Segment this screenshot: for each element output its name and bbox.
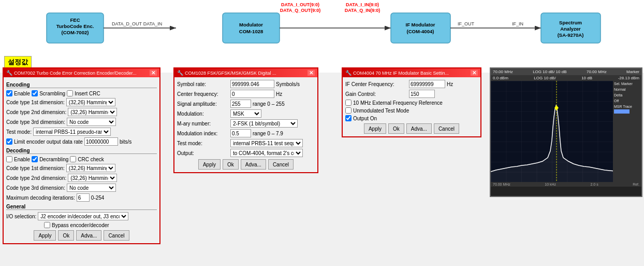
spectrum-vbw: 2.0 s	[591, 183, 598, 186]
signal-amp-label: Signal amplitude:	[177, 101, 229, 107]
decoding-checkboxes: Enable Decrambling CRC check	[6, 156, 157, 162]
mary-select[interactable]: 2-FSK (1 bit/symbol)	[230, 119, 298, 128]
spectrum-rbw: 10 kHz	[545, 183, 556, 186]
svg-rect-21	[541, 13, 601, 43]
com1028-advanced-button[interactable]: Adva...	[241, 159, 266, 170]
insert-crc-checkbox[interactable]	[67, 90, 73, 96]
diagram-svg: FEC TurboCode Enc. (COM-7002) DATA_D_OUT…	[0, 0, 644, 73]
mod-index-input[interactable]	[230, 129, 251, 137]
dec-code-type-2d-label: Code type 2nd dimension:	[6, 175, 66, 181]
bypass-checkbox[interactable]	[44, 222, 50, 228]
spectrum-freq: 70.00 MHz	[493, 69, 513, 74]
svg-text:DATA_I_OUT(9:0): DATA_I_OUT(9:0)	[281, 2, 319, 7]
output-1028-select[interactable]: to COM-4004, format 2's complement	[230, 149, 303, 157]
crc-check-checkbox[interactable]	[70, 156, 76, 162]
enable-checkbox[interactable]	[6, 90, 12, 96]
limit-encoder-checkbox[interactable]	[6, 138, 12, 145]
decoding-enable-checkbox[interactable]	[6, 156, 12, 162]
dialog-com7002-body: Encoding Enable Scrambling Insert CRC Co…	[4, 77, 159, 243]
symbol-rate-row: Symbol rate: Symbols/s	[177, 80, 315, 88]
code-type-2d-row: Code type 2nd dimension: (32,26) Hamming	[6, 108, 157, 116]
svg-text:IF Modulator: IF Modulator	[406, 22, 435, 27]
signal-amp-input[interactable]	[230, 100, 251, 108]
decoding-enable-label: Enable	[14, 157, 30, 162]
dialog-com7002-icon: 🔧	[6, 70, 12, 76]
code-type-3d-select[interactable]: No code	[67, 118, 116, 126]
dialog-com1028-title: 🔧 COM1028 FSK/GFSK/MSK/GMSK Digital ... …	[174, 68, 317, 77]
output-on-checkbox[interactable]	[345, 115, 352, 121]
dec-code-type-1d-row: Code type 1st dimension: (32,26) Hamming	[6, 164, 157, 172]
code-type-1d-select[interactable]: (32,26) Hamming	[66, 98, 115, 106]
com4004-cancel-button[interactable]: Cancel	[434, 123, 459, 134]
spectrum-msr-trace: MSR Trace	[614, 105, 640, 108]
com4004-apply-button[interactable]: Apply	[364, 123, 386, 134]
dialog-com1028-close[interactable]: ✕	[308, 70, 315, 76]
spectrum-marker-val: -28.13 dBm	[618, 76, 639, 80]
test-mode-1028-select[interactable]: internal PRBS-11 test sequence	[230, 139, 303, 147]
dec-code-type-3d-select[interactable]: No code	[67, 184, 116, 192]
com7002-apply-button[interactable]: Apply	[34, 230, 56, 241]
decrambling-label: Decrambling	[39, 157, 68, 162]
svg-text:DATA_I_IN(9:0): DATA_I_IN(9:0)	[346, 2, 379, 7]
code-type-2d-select[interactable]: (32,26) Hamming	[68, 108, 117, 116]
dialog-com7002-close[interactable]: ✕	[150, 70, 157, 76]
svg-text:TurboCode Enc.: TurboCode Enc.	[56, 23, 94, 29]
decrambling-checkbox[interactable]	[32, 156, 38, 162]
dialog-com4004-body: IF Center Frequency: Hz Gain Control: 10…	[343, 77, 480, 136]
svg-text:Analyzer: Analyzer	[560, 26, 581, 32]
svg-text:(SA-9270A): (SA-9270A)	[558, 32, 584, 38]
dec-code-type-1d-label: Code type 1st dimension:	[6, 165, 65, 171]
scrambling-checkbox[interactable]	[32, 90, 38, 96]
dialog-com7002-title: 🔧 COM7002 Turbo Code Error Correction En…	[4, 68, 159, 77]
gain-control-input[interactable]	[409, 90, 435, 98]
unmodulated-label: Unmodulated Test Mode	[353, 108, 409, 114]
io-selection-label: I/O selection:	[6, 214, 36, 219]
spectrum-trace-color	[614, 109, 630, 114]
spectrum-level: 70.00 MHz	[587, 69, 607, 74]
mod-index-range: range 0 – 7.9	[253, 131, 283, 136]
spectrum-marker-label: Marker	[626, 69, 639, 74]
code-type-3d-label: Code type 3rd dimension:	[6, 119, 65, 125]
test-mode-select[interactable]: internal PRBS-11 pseudo-random sequence	[33, 128, 111, 136]
com7002-advanced-button[interactable]: Adva...	[76, 230, 101, 241]
com1028-ok-button[interactable]: Ok	[223, 159, 239, 170]
test-mode-label: Test mode:	[6, 129, 32, 135]
center-freq-row: Center frequency: Hz	[177, 90, 315, 98]
com4004-advanced-button[interactable]: Adva...	[406, 123, 432, 134]
mod-index-label: Modulation index:	[177, 131, 229, 136]
dialog-com4004-close[interactable]: ✕	[471, 70, 478, 76]
if-center-input[interactable]	[409, 80, 445, 88]
dialog-com4004: 🔧 COM4004 70 MHz IF Modulator Basic Sett…	[342, 67, 481, 137]
ext-freq-checkbox[interactable]	[345, 100, 352, 106]
max-iterations-label: Maximum decoding iterations:	[6, 195, 75, 201]
output-on-label: Output On	[353, 116, 377, 121]
svg-text:(COM-7002): (COM-7002)	[62, 30, 89, 35]
data-rate-unit: bits/s	[120, 139, 131, 145]
mary-row: M-ary number: 2-FSK (1 bit/symbol)	[177, 119, 315, 128]
spectrum-analyzer-display: 70.00 MHz LOG 10 dB/ 10 dB 70.00 MHz Mar…	[490, 67, 642, 197]
dialog-com4004-icon: 🔧	[345, 70, 352, 76]
code-type-1d-row: Code type 1st dimension: (32,26) Hamming	[6, 98, 157, 106]
svg-text:COM-1028: COM-1028	[239, 29, 263, 34]
ext-freq-row: 10 MHz External Frequency Reference	[345, 100, 478, 106]
limit-encoder-row: Limit encoder output data rate bits/s	[6, 137, 157, 146]
com7002-ok-button[interactable]: Ok	[58, 230, 74, 241]
modulation-select[interactable]: MSK	[230, 109, 261, 118]
unmodulated-checkbox[interactable]	[345, 107, 352, 114]
com1028-cancel-button[interactable]: Cancel	[268, 159, 294, 170]
code-type-2d-label: Code type 2nd dimension:	[6, 109, 66, 115]
com1028-apply-button[interactable]: Apply	[198, 159, 221, 170]
dialog-com1028-icon: 🔧	[177, 70, 183, 76]
com4004-ok-button[interactable]: Ok	[388, 123, 404, 134]
symbol-rate-input[interactable]	[230, 80, 274, 88]
data-rate-input[interactable]	[84, 137, 118, 146]
com7002-cancel-button[interactable]: Cancel	[104, 230, 129, 241]
max-iterations-input[interactable]	[77, 193, 90, 202]
center-freq-input[interactable]	[230, 90, 274, 98]
svg-text:(COM-4004): (COM-4004)	[407, 29, 434, 34]
bypass-label: Bypass encoder/decoder	[52, 222, 109, 228]
io-selection-select[interactable]: J2 encoder in/decoder out, J3 encoder ou…	[38, 212, 128, 220]
dec-code-type-2d-select[interactable]: (32,26) Hamming	[68, 174, 117, 182]
dec-code-type-1d-select[interactable]: (32,26) Hamming	[66, 164, 115, 172]
svg-text:DATA_Q_IN(9:0): DATA_Q_IN(9:0)	[345, 8, 380, 13]
